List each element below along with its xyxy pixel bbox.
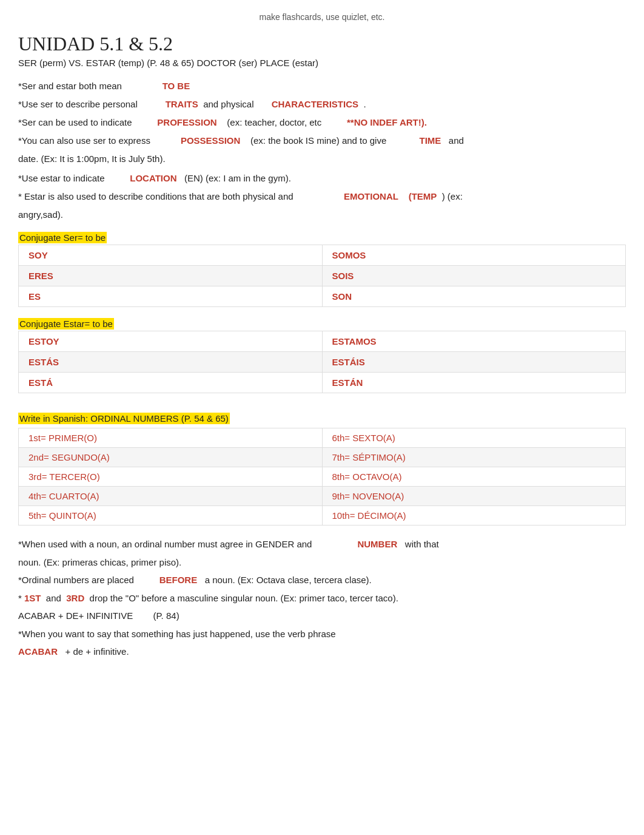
top-note: make flashcards, use quizlet, etc.: [18, 12, 626, 22]
note-gn-prefix: *When used with a noun, an ordinal numbe…: [18, 539, 355, 549]
conjugate-estar-label: Conjugate Estar= to be: [18, 318, 114, 330]
bullet-2-prefix: *Use ser to describe personal: [18, 99, 163, 109]
estar-esta: ESTÁ: [19, 373, 323, 393]
note-gender-number: *When used with a noun, an ordinal numbe…: [18, 536, 626, 552]
bullet-4-highlight2: TIME: [419, 135, 441, 146]
note-3rd-highlight: 3RD: [66, 593, 84, 603]
note-acabar-header: ACABAR + DE+ INFINITIVE (P. 84): [18, 608, 626, 624]
ordinal-numbers-table: 1st= PRIMER(O) 6th= SEXTO(A) 2nd= SEGUND…: [18, 428, 626, 526]
bullet-4-suffix: and: [443, 135, 463, 146]
ordinal-9th: 9th= NOVENO(A): [322, 487, 626, 506]
estar-estas: ESTÁS: [19, 352, 323, 373]
estar-estais: ESTÁIS: [322, 352, 626, 373]
ser-sois: SOIS: [322, 266, 626, 286]
bullet-2-suffix: .: [361, 99, 366, 109]
table-row: ESTÁ ESTÁN: [19, 373, 626, 393]
bullet-6-prefix: *Use estar to indicate: [18, 173, 127, 183]
table-row: ES SON: [19, 286, 626, 307]
note-1st-3rd: * 1ST and 3RD drop the "O" before a masc…: [18, 590, 626, 606]
estar-estoy: ESTOY: [19, 331, 323, 352]
ordinal-6th: 6th= SEXTO(A): [322, 428, 626, 448]
bullet-7-highlight2: (TEMP: [409, 191, 437, 201]
estar-conjugation-table: ESTOY ESTAMOS ESTÁS ESTÁIS ESTÁ ESTÁN: [18, 331, 626, 393]
bullet-3-highlight2: **NO INDEF ART!).: [347, 117, 427, 127]
bullet-8-text: angry,sad).: [18, 209, 63, 220]
note-acabar-desc: *When you want to say that something has…: [18, 626, 626, 642]
table-row: ESTÁS ESTÁIS: [19, 352, 626, 373]
bullet-3-middle: (ex: teacher, doctor, etc: [220, 117, 344, 127]
bullet-6-suffix: (EN) (ex: I am in the gym).: [179, 173, 291, 183]
estar-estan: ESTÁN: [322, 373, 626, 393]
ser-eres: ERES: [19, 266, 323, 286]
ordinal-5th: 5th= QUINTO(A): [19, 506, 323, 526]
table-row: 4th= CUARTO(A) 9th= NOVENO(A): [19, 487, 626, 506]
bullet-4-highlight1: POSSESSION: [181, 135, 240, 146]
ordinal-8th: 8th= OCTAVO(A): [322, 467, 626, 487]
bullet-1: *Ser and estar both mean TO BE: [18, 79, 626, 93]
note-gn-highlight: NUMBER: [357, 539, 397, 549]
bullet-3-prefix: *Ser can be used to indicate: [18, 117, 155, 127]
bullet-7-suffix: ) (ex:: [439, 191, 462, 201]
note-acabar-desc-text: *When you want to say that something has…: [18, 629, 336, 639]
ordinal-7th: 7th= SÉPTIMO(A): [322, 448, 626, 467]
table-row: 1st= PRIMER(O) 6th= SEXTO(A): [19, 428, 626, 448]
note-before-suffix: a noun. (Ex: Octava clase, tercera clase…: [200, 575, 371, 585]
ordinal-3rd: 3rd= TERCER(O): [19, 467, 323, 487]
ser-soy: SOY: [19, 245, 323, 266]
bullet-1-prefix: *Ser and estar both mean: [18, 81, 159, 91]
bullet-7: * Estar is also used to describe conditi…: [18, 189, 626, 204]
ser-somos: SOMOS: [322, 245, 626, 266]
note-noun-text: noun. (Ex: primeras chicas, primer piso)…: [18, 557, 181, 567]
table-row: ERES SOIS: [19, 266, 626, 286]
table-row: 3rd= TERCER(O) 8th= OCTAVO(A): [19, 467, 626, 487]
note-1st-highlight: 1ST: [24, 593, 41, 603]
note-acabar-highlight: ACABAR: [18, 646, 58, 657]
note-1st-3rd-suffix: drop the "O" before a masculine singular…: [87, 593, 398, 603]
ser-es: ES: [19, 286, 323, 307]
bullet-7-space: [401, 191, 406, 201]
conjugate-ser-label: Conjugate Ser= to be: [18, 232, 107, 243]
subtitle: SER (perm) VS. ESTAR (temp) (P. 48 & 65)…: [18, 58, 626, 68]
bullet-3-highlight1: PROFESSION: [157, 117, 216, 127]
table-row: SOY SOMOS: [19, 245, 626, 266]
bullet-5: date. (Ex: It is 1:00pm, It is July 5th)…: [18, 152, 626, 166]
bullet-4: *You can also use ser to express POSSESS…: [18, 134, 626, 148]
bullet-2-highlight2: CHARACTERISTICS: [272, 99, 358, 109]
table-row: ESTOY ESTAMOS: [19, 331, 626, 352]
bullet-8: angry,sad).: [18, 208, 626, 222]
ordinal-2nd: 2nd= SEGUNDO(A): [19, 448, 323, 467]
ordinal-1st: 1st= PRIMER(O): [19, 428, 323, 448]
note-before-highlight: BEFORE: [159, 575, 198, 585]
bullet-3: *Ser can be used to indicate PROFESSION …: [18, 115, 626, 130]
bullet-6: *Use estar to indicate LOCATION (EN) (ex…: [18, 171, 626, 186]
estar-estamos: ESTAMOS: [322, 331, 626, 352]
note-asterisk: *: [18, 593, 22, 603]
note-before-prefix: *Ordinal numbers are placed: [18, 575, 156, 585]
bullet-6-highlight: LOCATION: [130, 173, 176, 183]
table-row: 5th= QUINTO(A) 10th= DÉCIMO(A): [19, 506, 626, 526]
bullet-1-highlight: TO BE: [163, 81, 190, 91]
bullet-5-text: date. (Ex: It is 1:00pm, It is July 5th)…: [18, 154, 166, 164]
page-title: UNIDAD 5.1 & 5.2: [18, 33, 626, 55]
bullet-4-prefix: *You can also use ser to express: [18, 135, 178, 146]
ordinal-section-label: Write in Spanish: ORDINAL NUMBERS (P. 54…: [18, 413, 230, 424]
note-gn-suffix: with that: [400, 539, 438, 549]
note-noun-agree: noun. (Ex: primeras chicas, primer piso)…: [18, 555, 626, 570]
bullet-2-middle: and physical: [201, 99, 269, 109]
bullet-2-highlight1: TRAITS: [166, 99, 198, 109]
bullet-7-highlight1: EMOTIONAL: [344, 191, 398, 201]
bottom-notes: *When used with a noun, an ordinal numbe…: [18, 536, 626, 660]
note-acabar-formula: ACABAR + de + infinitive.: [18, 644, 626, 660]
bullet-4-middle: (ex: the book IS mine) and to give: [243, 135, 417, 146]
ordinal-4th: 4th= CUARTO(A): [19, 487, 323, 506]
note-before: *Ordinal numbers are placed BEFORE a nou…: [18, 572, 626, 588]
ordinal-10th: 10th= DÉCIMO(A): [322, 506, 626, 526]
note-and: and: [44, 593, 64, 603]
bullet-2: *Use ser to describe personal TRAITS and…: [18, 97, 626, 112]
bullet-7-prefix: * Estar is also used to describe conditi…: [18, 191, 341, 201]
table-row: 2nd= SEGUNDO(A) 7th= SÉPTIMO(A): [19, 448, 626, 467]
ser-conjugation-table: SOY SOMOS ERES SOIS ES SON: [18, 245, 626, 307]
note-acabar-suffix: + de + infinitive.: [60, 646, 129, 657]
ser-son: SON: [322, 286, 626, 307]
note-acabar-text: ACABAR + DE+ INFINITIVE (P. 84): [18, 610, 179, 621]
